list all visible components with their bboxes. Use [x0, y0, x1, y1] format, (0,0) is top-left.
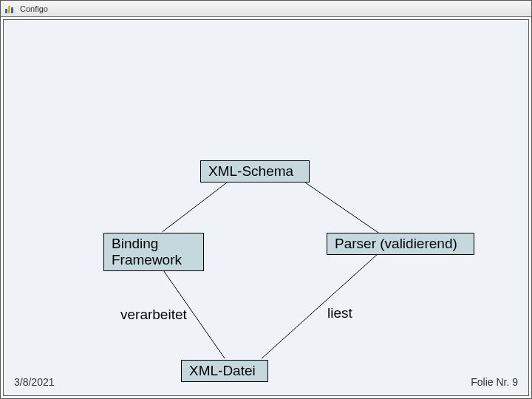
svg-line-0	[163, 182, 228, 232]
edge-label-liest: liest	[327, 305, 352, 321]
node-binding-framework: Binding Framework	[103, 233, 204, 271]
slide-body: XML-Schema Binding Framework Parser (val…	[3, 19, 529, 396]
node-xml-schema-label: XML-Schema	[208, 163, 293, 180]
node-parser-label: Parser (validierend)	[335, 236, 457, 252]
edge-label-verarbeitet: verarbeitet	[120, 307, 187, 323]
node-xml-datei-label: XML-Datei	[189, 363, 256, 379]
node-binding-framework-label: Binding Framework	[112, 236, 182, 268]
window: Configo XML-Schema Binding Framework Par…	[0, 0, 532, 399]
svg-line-3	[262, 253, 379, 358]
titlebar: Configo	[1, 1, 531, 17]
app-logo-icon	[5, 4, 16, 13]
footer-page: Folie Nr. 9	[471, 376, 518, 388]
window-title: Configo	[20, 4, 48, 13]
diagram-canvas: XML-Schema Binding Framework Parser (val…	[4, 20, 528, 395]
node-xml-schema: XML-Schema	[200, 160, 310, 183]
diagram-edges	[4, 20, 528, 395]
footer-date: 3/8/2021	[14, 376, 55, 388]
svg-line-1	[304, 182, 380, 233]
node-xml-datei: XML-Datei	[181, 360, 268, 382]
node-parser: Parser (validierend)	[327, 233, 474, 255]
